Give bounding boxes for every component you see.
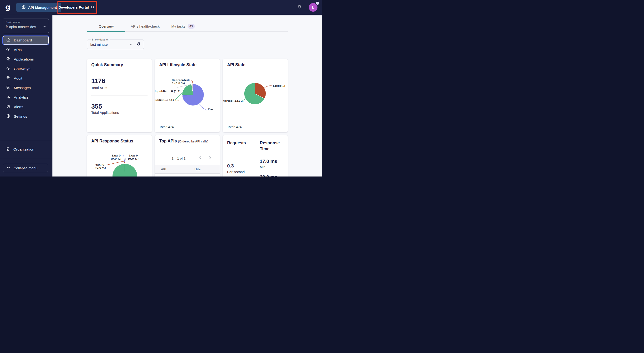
environment-value: fr-apim-master-dev bbox=[6, 25, 44, 29]
card-title: Top APIs (Ordered by API calls) bbox=[159, 139, 208, 144]
chart-label-4xx: 4xx: 0 (0.0 %) bbox=[95, 163, 106, 169]
active-tab-underline bbox=[87, 31, 125, 32]
requests-title: Requests bbox=[227, 140, 246, 146]
topbar-actions: L bbox=[297, 0, 322, 15]
dashboard-cards: Quick Summary 1176 Total APIs 355 Total … bbox=[87, 59, 288, 176]
card-quick-summary: Quick Summary 1176 Total APIs 355 Total … bbox=[87, 59, 152, 132]
tab-bar: Overview APIs health-check My tasks 43 bbox=[87, 21, 288, 32]
main-content: Overview APIs health-check My tasks 43 S… bbox=[52, 15, 322, 176]
sidebar-item-label: Organization bbox=[13, 147, 34, 151]
total-label: Total: 474 bbox=[227, 125, 242, 129]
chevron-right-icon[interactable] bbox=[208, 156, 212, 161]
audit-search-icon bbox=[6, 75, 11, 81]
sidebar-item-label: Gateways bbox=[14, 67, 30, 71]
tab-label: Overview bbox=[99, 24, 114, 28]
chevron-down-icon bbox=[130, 44, 132, 45]
cloud-upload-icon bbox=[6, 47, 11, 53]
tab-overview[interactable]: Overview bbox=[87, 21, 125, 31]
hits-value: 20 bbox=[194, 176, 198, 177]
filter-label: Show data for bbox=[91, 38, 110, 41]
card-title: API State bbox=[227, 62, 246, 67]
sidebar-divider bbox=[0, 140, 52, 140]
vertical-divider bbox=[256, 139, 256, 176]
alarm-icon bbox=[6, 104, 11, 110]
chevron-down-icon bbox=[44, 26, 46, 27]
refresh-icon[interactable] bbox=[136, 41, 141, 47]
total-apis-value: 1176 bbox=[91, 77, 105, 85]
sidebar-item-label: Settings bbox=[14, 114, 27, 119]
chart-label-published: Publish…: 112 (… bbox=[155, 99, 179, 102]
response-status-pie-chart[interactable] bbox=[112, 164, 137, 176]
total-label: Total: 474 bbox=[159, 125, 174, 129]
chart-label-1xx: 1xx: 0 (0.0 %) bbox=[126, 154, 140, 160]
sidebar-item-analytics[interactable]: Analytics bbox=[2, 93, 49, 102]
api-management-label: API Management bbox=[28, 5, 57, 9]
sidebar-item-label: Alerts bbox=[14, 105, 23, 109]
card-subtitle: (Ordered by API calls) bbox=[178, 140, 208, 143]
card-title: Quick Summary bbox=[91, 62, 123, 67]
card-api-response-status: API Response Status 3xx: 0 (0.0 %) 1xx: … bbox=[87, 135, 152, 176]
chart-label-deprecated: Deprecated: 3 (0.6 %) bbox=[172, 79, 190, 85]
sidebar-item-messages[interactable]: Messages bbox=[2, 83, 49, 93]
sidebar-item-settings[interactable]: Settings bbox=[2, 112, 49, 121]
sidebar-item-label: Audit bbox=[14, 76, 22, 80]
show-data-for-select[interactable]: Show data for last minute bbox=[87, 38, 144, 49]
avatar-status-dot bbox=[316, 2, 319, 5]
response-time-min-label: Min bbox=[260, 165, 265, 169]
tasks-count-badge: 43 bbox=[188, 24, 195, 29]
chart-label-started: Started: 321 … bbox=[223, 100, 244, 103]
card-requests-response-time: Requests 0.3 Per second Response Time 17… bbox=[223, 135, 288, 176]
developers-portal-label: Developers Portal bbox=[58, 5, 89, 9]
sidebar-item-label: Applications bbox=[14, 57, 34, 61]
collapse-menu-button[interactable]: Collapse menu bbox=[3, 164, 48, 172]
sidebar-item-alerts[interactable]: Alerts bbox=[2, 102, 49, 112]
sidebar-item-label: Dashboard bbox=[14, 38, 32, 42]
sidebar-item-gateways[interactable]: Gateways bbox=[2, 64, 49, 74]
tab-my-tasks[interactable]: My tasks 43 bbox=[165, 21, 201, 31]
environment-selector[interactable]: Environment fr-apim-master-dev bbox=[2, 18, 49, 33]
user-avatar[interactable]: L bbox=[309, 3, 318, 12]
tab-label: My tasks bbox=[171, 24, 186, 28]
sidebar-divider bbox=[0, 159, 52, 159]
developers-portal-link[interactable]: Developers Portal bbox=[58, 5, 96, 9]
gravitee-logo: g bbox=[5, 3, 13, 11]
collapse-menu-label: Collapse menu bbox=[14, 166, 38, 170]
pagination-range: 1 – 1 of 1 bbox=[172, 156, 186, 160]
table-row[interactable]: Snowcamp 20 bbox=[155, 174, 220, 176]
tab-apis-health-check[interactable]: APIs health-check bbox=[125, 21, 165, 31]
sidebar-item-label: Analytics bbox=[14, 95, 28, 100]
chart-label-unpublished: Unpublis…: 8 (1.7… bbox=[155, 90, 182, 93]
api-link[interactable]: Snowcamp bbox=[161, 176, 178, 177]
divider bbox=[91, 95, 148, 96]
sidebar-item-dashboard[interactable]: Dashboard bbox=[2, 35, 49, 45]
gear-icon bbox=[6, 114, 11, 119]
sidebar-item-applications[interactable]: Applications bbox=[2, 54, 49, 64]
api-state-pie-chart[interactable] bbox=[244, 83, 266, 104]
sidebar-item-apis[interactable]: APIs bbox=[2, 45, 49, 54]
gear-badge-icon bbox=[21, 5, 26, 10]
column-api: API bbox=[161, 167, 166, 171]
requests-label: Per second bbox=[227, 170, 244, 174]
api-management-button[interactable]: API Management bbox=[16, 2, 61, 12]
divider bbox=[256, 154, 284, 154]
red-annotation-box: Developers Portal bbox=[58, 1, 97, 14]
total-applications-value: 355 bbox=[91, 103, 102, 110]
response-time-min-value: 17.0 ms bbox=[260, 159, 277, 164]
collapse-icon bbox=[6, 166, 10, 170]
card-api-lifecycle-state: API Lifecycle State Deprecated: 3 (0.6 %… bbox=[155, 59, 220, 132]
sidebar-item-label: Messages bbox=[14, 86, 31, 90]
environment-label: Environment bbox=[6, 21, 46, 23]
divider bbox=[227, 154, 255, 154]
external-link-icon bbox=[91, 5, 94, 9]
requests-value: 0.3 bbox=[227, 163, 234, 169]
notifications-bell-icon[interactable] bbox=[297, 4, 302, 11]
applications-icon bbox=[6, 56, 11, 62]
sidebar-item-organization[interactable]: Organization bbox=[2, 145, 49, 154]
chart-label-stopped: Stopp…: bbox=[273, 84, 285, 88]
lifecycle-pie-chart[interactable] bbox=[182, 84, 204, 105]
avatar-letter: L bbox=[312, 5, 314, 9]
chevron-left-icon[interactable] bbox=[198, 156, 202, 161]
sidebar-item-audit[interactable]: Audit bbox=[2, 74, 49, 83]
response-time-max-value: 20.0 ms bbox=[260, 174, 277, 176]
card-title: API Lifecycle State bbox=[159, 62, 197, 67]
